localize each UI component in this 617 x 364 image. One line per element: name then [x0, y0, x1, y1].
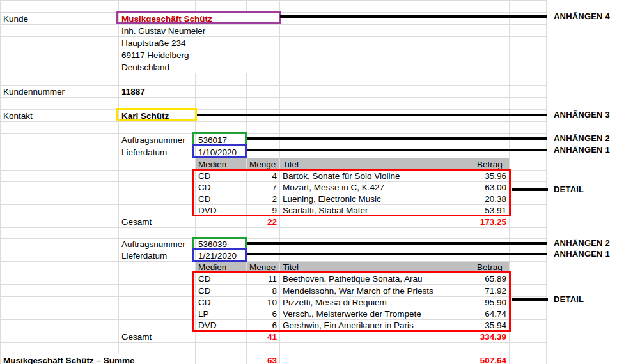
delivery-date-row: Lieferdatum 1/10/2020 — [1, 146, 547, 158]
order-total-menge: 22 — [247, 216, 280, 227]
order1-date-highlight-box — [192, 144, 247, 158]
delivery-date-label: Lieferdatum — [119, 146, 196, 158]
connector-line-anhaengen-2a — [247, 137, 547, 140]
connector-line-anhaengen-2b — [247, 242, 547, 245]
order-total-label: Gesamt — [119, 216, 196, 227]
customer-number-row: Kundennummer 11887 — [1, 86, 547, 98]
connector-line-anhaengen-1b — [247, 253, 547, 255]
empty-row — [1, 98, 547, 110]
empty-row — [1, 122, 547, 134]
address-row: Inh. Gustav Neumeier — [1, 25, 547, 37]
order-total-label: Gesamt — [119, 331, 196, 343]
annotation-anhaengen-2a: ANHÄNGEN 2 — [554, 134, 610, 143]
connector-line-detail-2 — [512, 298, 548, 301]
annotation-detail-1: DETAIL — [554, 185, 584, 194]
order-total-menge: 41 — [247, 331, 280, 343]
delivery-date-label: Lieferdatum — [119, 250, 196, 262]
annotation-anhaengen-2b: ANHÄNGEN 2 — [554, 239, 610, 248]
empty-row — [1, 73, 547, 86]
annotation-anhaengen-4: ANHÄNGEN 4 — [554, 12, 610, 21]
customer-label: Kunde — [1, 13, 119, 25]
summary-betrag: 507.64 — [474, 354, 510, 364]
report-page: Kunde Musikgeschäft Schütz Inh. Gustav N… — [0, 0, 617, 364]
order1-detail-highlight-box — [192, 169, 511, 216]
customer-number-label: Kundennummer — [1, 86, 119, 98]
annotation-anhaengen-1b: ANHÄNGEN 1 — [554, 250, 610, 259]
connector-line-anhaengen-1a — [247, 149, 547, 151]
order-number-label: Auftragsnummer — [119, 134, 196, 146]
address-row: Hauptstraße 234 — [1, 37, 547, 49]
order-total-betrag: 173.25 — [474, 216, 510, 227]
address-line[interactable]: Hauptstraße 234 — [119, 37, 280, 49]
contact-label: Kontakt — [1, 110, 119, 122]
order-total-row: Gesamt 41 334.39 — [1, 331, 547, 343]
customer-name-highlight-box — [116, 11, 281, 24]
order-number-label: Auftragsnummer — [119, 239, 196, 250]
annotation-anhaengen-3: ANHÄNGEN 3 — [554, 110, 610, 119]
address-line[interactable]: 69117 Heidelberg — [119, 49, 280, 61]
contact-highlight-box — [116, 108, 197, 121]
customer-number-cell[interactable]: 11887 — [119, 86, 196, 98]
order-total-row: Gesamt 22 173.25 — [1, 216, 547, 227]
summary-label: Musikgeschäft Schütz – Summe — [1, 354, 196, 364]
address-line[interactable]: Inh. Gustav Neumeier — [119, 25, 280, 37]
connector-line-anhaengen-3 — [197, 114, 547, 116]
connector-line-detail-1 — [512, 188, 548, 191]
address-row: Deutschland — [1, 61, 547, 73]
order2-date-highlight-box — [192, 248, 247, 262]
empty-row — [1, 343, 547, 354]
order1-number-highlight-box — [192, 132, 247, 146]
empty-row — [1, 227, 547, 239]
order2-detail-highlight-box — [192, 271, 511, 332]
order-number-row: Auftragsnummer 536017 — [1, 134, 547, 146]
order-total-betrag: 334.39 — [474, 331, 510, 343]
delivery-date-row: Lieferdatum 1/21/2020 — [1, 250, 547, 262]
address-row: 69117 Heidelberg — [1, 49, 547, 61]
address-line[interactable]: Deutschland — [119, 61, 280, 73]
summary-menge: 63 — [247, 354, 280, 364]
annotation-detail-2: DETAIL — [554, 295, 584, 304]
summary-row: Musikgeschäft Schütz – Summe 63 507.64 — [1, 354, 547, 364]
annotation-anhaengen-1a: ANHÄNGEN 1 — [554, 146, 610, 155]
connector-line-anhaengen-4 — [280, 15, 547, 18]
